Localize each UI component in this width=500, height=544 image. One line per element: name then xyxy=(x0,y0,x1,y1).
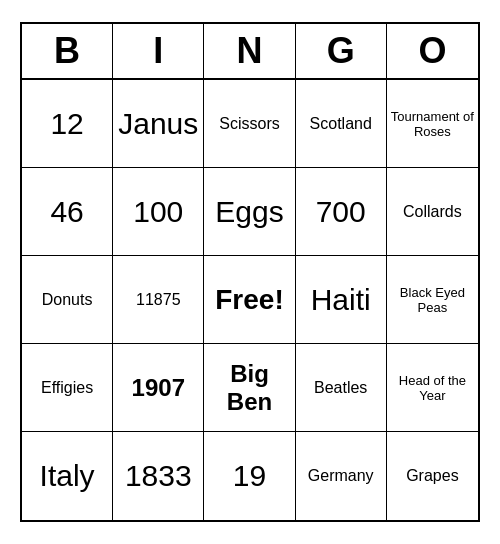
bingo-cell: Effigies xyxy=(22,344,113,432)
bingo-cell: Italy xyxy=(22,432,113,520)
bingo-cell: 1833 xyxy=(113,432,204,520)
header-letter: I xyxy=(113,24,204,78)
bingo-cell: 11875 xyxy=(113,256,204,344)
header-letter: O xyxy=(387,24,478,78)
bingo-cell: Eggs xyxy=(204,168,295,256)
bingo-cell: Scotland xyxy=(296,80,387,168)
bingo-card: BINGO 12JanusScissorsScotlandTournament … xyxy=(20,22,480,522)
header-letter: G xyxy=(296,24,387,78)
bingo-cell: Big Ben xyxy=(204,344,295,432)
bingo-cell: Grapes xyxy=(387,432,478,520)
bingo-cell: 19 xyxy=(204,432,295,520)
bingo-cell: 700 xyxy=(296,168,387,256)
bingo-cell: 46 xyxy=(22,168,113,256)
bingo-cell: Collards xyxy=(387,168,478,256)
bingo-cell: Beatles xyxy=(296,344,387,432)
bingo-cell: Donuts xyxy=(22,256,113,344)
header-letter: B xyxy=(22,24,113,78)
bingo-cell: Haiti xyxy=(296,256,387,344)
bingo-header: BINGO xyxy=(22,24,478,80)
bingo-grid: 12JanusScissorsScotlandTournament of Ros… xyxy=(22,80,478,520)
bingo-cell: 1907 xyxy=(113,344,204,432)
bingo-cell: Scissors xyxy=(204,80,295,168)
bingo-cell: Head of the Year xyxy=(387,344,478,432)
bingo-cell: 100 xyxy=(113,168,204,256)
bingo-cell: Black Eyed Peas xyxy=(387,256,478,344)
header-letter: N xyxy=(204,24,295,78)
bingo-cell: Free! xyxy=(204,256,295,344)
bingo-cell: Janus xyxy=(113,80,204,168)
bingo-cell: Germany xyxy=(296,432,387,520)
bingo-cell: 12 xyxy=(22,80,113,168)
bingo-cell: Tournament of Roses xyxy=(387,80,478,168)
